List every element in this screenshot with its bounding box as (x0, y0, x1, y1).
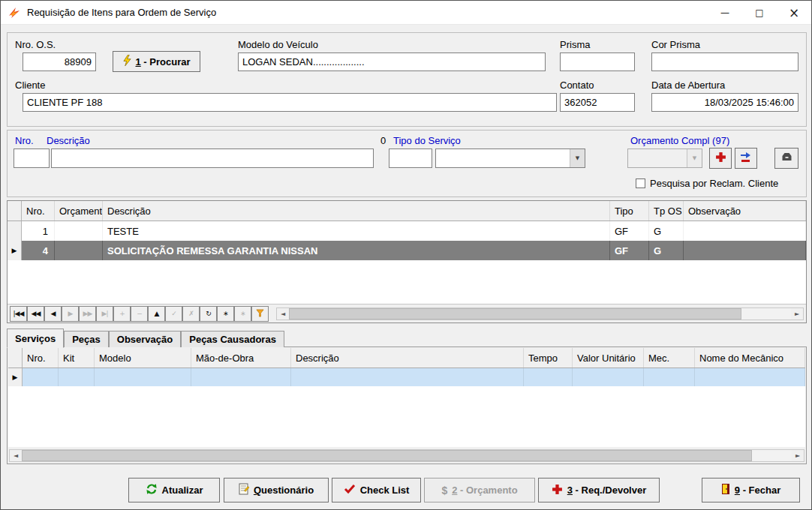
table-row[interactable]: 1 TESTE GF G (8, 221, 806, 241)
scroll-left-icon[interactable]: ◄ (277, 308, 289, 320)
contato-field[interactable] (560, 93, 635, 112)
red-plus-icon (552, 484, 563, 497)
minimize-button[interactable]: — (708, 1, 742, 24)
table-row-selected[interactable]: ▶ 4 SOLICITAÇÃO REMESSA GARANTIA NISSAN … (8, 241, 806, 260)
drawer-button[interactable] (774, 148, 798, 169)
column-header-orcamento[interactable]: Orçamento (55, 201, 103, 220)
orcamento-button[interactable]: $ 2 - Orçamento (424, 478, 535, 502)
scroll-thumb[interactable] (22, 450, 752, 461)
scroll-track[interactable] (752, 450, 792, 461)
scroll-track[interactable] (741, 308, 791, 320)
nav-post-button[interactable]: ✓ (165, 306, 182, 322)
column-header-valor-unitario[interactable]: Valor Unitário (573, 348, 644, 368)
maximize-button[interactable]: □ (742, 1, 777, 24)
tab-pecas[interactable]: Peças (64, 331, 109, 347)
nav-next-button[interactable]: ▶ (62, 306, 79, 322)
cliente-label: Cliente (15, 80, 45, 91)
questionario-button[interactable]: Questionário (224, 478, 329, 502)
fechar-button[interactable]: 9 - Fechar (702, 478, 800, 502)
pesquisa-reclam-checkbox[interactable] (636, 178, 645, 188)
nav-next-page-button[interactable]: ▶▶ (79, 306, 96, 322)
scroll-thumb[interactable] (289, 308, 741, 320)
scroll-left-icon[interactable]: ◄ (10, 450, 22, 461)
column-header-nro[interactable]: Nro. (23, 348, 59, 368)
cor-prisma-label: Cor Prisma (651, 39, 700, 50)
nro-os-label: Nro. O.S. (15, 39, 56, 50)
transfer-button[interactable] (735, 148, 757, 169)
cell-descricao: SOLICITAÇÃO REMESSA GARANTIA NISSAN (103, 241, 610, 260)
chevron-down-icon[interactable]: ▼ (570, 149, 585, 167)
filter-tipo-field[interactable] (389, 148, 432, 168)
main-grid-hscrollbar[interactable]: ◄ ► (276, 308, 804, 320)
add-item-button[interactable] (709, 148, 732, 169)
column-header-observacao[interactable]: Observação (684, 201, 806, 220)
nav-refresh-button[interactable]: ↻ (200, 306, 217, 322)
filter-nro-field[interactable] (14, 148, 50, 168)
row-gutter (8, 221, 22, 241)
nav-insert-button[interactable]: + (113, 306, 131, 322)
column-header-descricao[interactable]: Descrição (291, 348, 524, 368)
filter-descricao-label: Descrição (47, 135, 90, 146)
nav-first-button[interactable]: |◀◀ (10, 306, 27, 322)
modelo-field[interactable] (238, 52, 546, 71)
titlebar: Requisição de Itens para Ordem de Serviç… (1, 1, 811, 25)
cell-observacao (684, 221, 806, 241)
nav-bookmark-button[interactable]: ∗ (217, 306, 234, 322)
column-header-descricao[interactable]: Descrição (103, 201, 610, 220)
close-button[interactable]: × (777, 1, 811, 24)
services-selected-row[interactable]: ▶ (8, 368, 805, 386)
cor-prisma-field[interactable] (651, 52, 798, 71)
detail-tabs: Serviços Peças Observação Peças Causador… (7, 328, 284, 347)
nav-prior-button[interactable]: ◀ (44, 306, 62, 322)
red-plus-icon (715, 152, 726, 166)
nav-edit-button[interactable]: ▲ (148, 306, 165, 322)
column-header-nome-mecanico[interactable]: Nome do Mecânico (695, 348, 805, 368)
nav-delete-button[interactable]: − (131, 306, 148, 322)
requisitar-devolver-button[interactable]: 3 - Req./Devolver (538, 478, 660, 502)
header-panel: Nro. O.S. 1 - Procurar Modelo do Veículo… (7, 32, 807, 127)
data-abertura-field[interactable] (651, 93, 798, 112)
prisma-label: Prisma (560, 39, 590, 50)
nav-filter-button[interactable] (251, 306, 269, 322)
tab-observacao[interactable]: Observação (109, 331, 181, 347)
column-header-tpos[interactable]: Tp OS (649, 201, 684, 220)
column-header-mec[interactable]: Mec. (644, 348, 695, 368)
orcamento-compl-combobox[interactable]: ▼ (627, 148, 702, 168)
nav-prior-page-button[interactable]: ◀◀ (27, 306, 44, 322)
grid-empty-area (8, 260, 806, 304)
filter-panel: Nro. Descrição 0 Tipo do Serviço Orçamen… (7, 130, 807, 197)
grid-corner (8, 348, 23, 368)
tab-servicos[interactable]: Serviços (7, 328, 64, 348)
filter-count: 0 (380, 135, 386, 146)
scroll-right-icon[interactable]: ► (792, 450, 804, 461)
atualizar-button[interactable]: Atualizar (128, 478, 220, 502)
cell-nro: 4 (22, 241, 55, 260)
checklist-button[interactable]: Check List (332, 478, 421, 502)
services-header-row: Nro. Kit Modelo Mão-de-Obra Descrição Te… (8, 348, 805, 368)
column-header-kit[interactable]: Kit (59, 348, 95, 368)
tab-pecas-causadoras[interactable]: Peças Causadoras (181, 331, 284, 347)
scroll-right-icon[interactable]: ► (791, 308, 803, 320)
cell-orcamento (55, 241, 103, 260)
nav-cancel-button[interactable]: ✗ (182, 306, 200, 322)
nro-os-field[interactable] (23, 52, 96, 71)
app-window: Requisição de Itens para Ordem de Serviç… (0, 0, 812, 510)
drawer-icon (780, 152, 793, 165)
cliente-field[interactable] (23, 93, 557, 112)
nav-last-button[interactable]: ▶| (96, 306, 113, 322)
cell-observacao (684, 241, 806, 260)
services-hscrollbar[interactable]: ◄ ► (9, 449, 804, 462)
procurar-button[interactable]: 1 - Procurar (113, 51, 200, 72)
filter-nro-label: Nro. (15, 135, 34, 146)
contato-label: Contato (560, 80, 594, 91)
column-header-tipo[interactable]: Tipo (610, 201, 649, 220)
window-controls: — □ × (708, 1, 811, 24)
prisma-field[interactable] (560, 52, 635, 71)
column-header-mao-de-obra[interactable]: Mão-de-Obra (191, 348, 291, 368)
tipo-servico-combobox[interactable]: ▼ (435, 148, 585, 168)
filter-descricao-field[interactable] (51, 148, 374, 168)
column-header-nro[interactable]: Nro. (22, 201, 55, 220)
column-header-tempo[interactable]: Tempo (524, 348, 573, 368)
column-header-modelo[interactable]: Modelo (95, 348, 191, 368)
nav-goto-bookmark-button[interactable]: ∗ (234, 306, 251, 322)
